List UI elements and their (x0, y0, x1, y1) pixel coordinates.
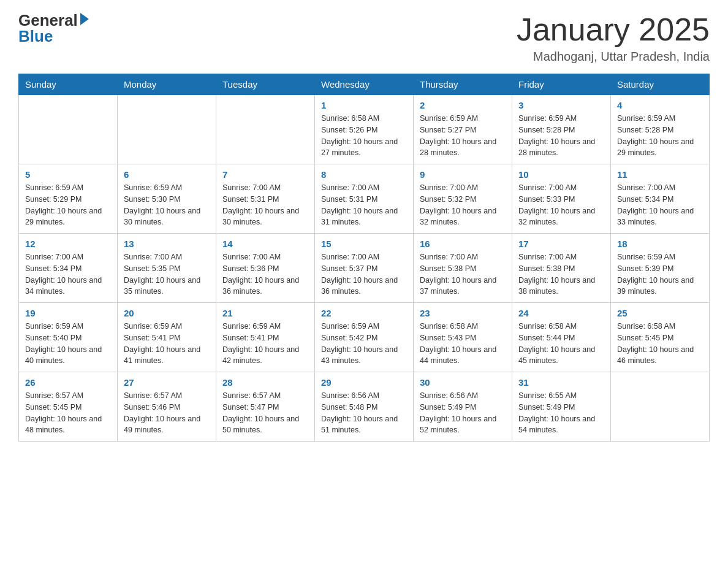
calendar-cell: 10Sunrise: 7:00 AMSunset: 5:33 PMDayligh… (512, 164, 611, 234)
day-number: 19 (25, 308, 111, 318)
day-info: Sunrise: 7:00 AMSunset: 5:35 PMDaylight:… (124, 251, 210, 297)
day-info: Sunrise: 6:58 AMSunset: 5:45 PMDaylight:… (617, 321, 703, 367)
day-number: 5 (25, 169, 111, 180)
calendar-cell: 20Sunrise: 6:59 AMSunset: 5:41 PMDayligh… (118, 303, 216, 372)
day-info: Sunrise: 7:00 AMSunset: 5:33 PMDaylight:… (518, 182, 604, 228)
calendar-cell: 11Sunrise: 7:00 AMSunset: 5:34 PMDayligh… (611, 164, 710, 234)
day-info: Sunrise: 7:00 AMSunset: 5:38 PMDaylight:… (420, 251, 506, 297)
day-number: 8 (321, 169, 407, 180)
day-info: Sunrise: 7:00 AMSunset: 5:31 PMDaylight:… (222, 182, 308, 228)
day-info: Sunrise: 6:58 AMSunset: 5:26 PMDaylight:… (321, 113, 407, 159)
day-info: Sunrise: 6:59 AMSunset: 5:28 PMDaylight:… (518, 113, 604, 159)
weekday-header-monday: Monday (118, 74, 216, 95)
day-info: Sunrise: 6:59 AMSunset: 5:41 PMDaylight:… (124, 321, 210, 367)
day-info: Sunrise: 6:59 AMSunset: 5:30 PMDaylight:… (124, 182, 210, 228)
logo-triangle-icon (80, 13, 89, 25)
day-info: Sunrise: 7:00 AMSunset: 5:32 PMDaylight:… (420, 182, 506, 228)
calendar-week-row: 26Sunrise: 6:57 AMSunset: 5:45 PMDayligh… (19, 372, 710, 442)
calendar-cell: 15Sunrise: 7:00 AMSunset: 5:37 PMDayligh… (315, 234, 414, 303)
day-number: 25 (617, 308, 703, 318)
day-number: 11 (617, 169, 703, 180)
day-number: 23 (420, 308, 506, 318)
weekday-header-tuesday: Tuesday (216, 74, 315, 95)
calendar-cell: 31Sunrise: 6:55 AMSunset: 5:49 PMDayligh… (512, 372, 611, 442)
day-number: 16 (420, 239, 506, 249)
calendar-table: SundayMondayTuesdayWednesdayThursdayFrid… (18, 74, 710, 442)
calendar-header: SundayMondayTuesdayWednesdayThursdayFrid… (19, 74, 710, 95)
day-info: Sunrise: 6:59 AMSunset: 5:40 PMDaylight:… (25, 321, 111, 367)
calendar-cell: 4Sunrise: 6:59 AMSunset: 5:28 PMDaylight… (611, 95, 710, 164)
day-info: Sunrise: 6:59 AMSunset: 5:39 PMDaylight:… (617, 251, 703, 297)
day-info: Sunrise: 7:00 AMSunset: 5:34 PMDaylight:… (617, 182, 703, 228)
month-title: January 2025 (517, 12, 710, 47)
day-number: 10 (518, 169, 604, 180)
calendar-cell: 28Sunrise: 6:57 AMSunset: 5:47 PMDayligh… (216, 372, 315, 442)
day-info: Sunrise: 6:59 AMSunset: 5:29 PMDaylight:… (25, 182, 111, 228)
day-number: 9 (420, 169, 506, 180)
day-number: 12 (25, 239, 111, 249)
day-info: Sunrise: 7:00 AMSunset: 5:36 PMDaylight:… (222, 251, 308, 297)
day-info: Sunrise: 6:57 AMSunset: 5:46 PMDaylight:… (124, 390, 210, 436)
day-number: 30 (420, 377, 506, 388)
calendar-cell: 22Sunrise: 6:59 AMSunset: 5:42 PMDayligh… (315, 303, 414, 372)
title-area: January 2025 Madhoganj, Uttar Pradesh, I… (517, 12, 710, 64)
logo: General Blue (18, 12, 89, 44)
calendar-cell (118, 95, 216, 164)
day-info: Sunrise: 7:00 AMSunset: 5:37 PMDaylight:… (321, 251, 407, 297)
calendar-cell: 19Sunrise: 6:59 AMSunset: 5:40 PMDayligh… (19, 303, 118, 372)
day-number: 26 (25, 377, 111, 388)
location-subtitle: Madhoganj, Uttar Pradesh, India (517, 50, 710, 64)
calendar-cell: 25Sunrise: 6:58 AMSunset: 5:45 PMDayligh… (611, 303, 710, 372)
day-info: Sunrise: 6:59 AMSunset: 5:27 PMDaylight:… (420, 113, 506, 159)
calendar-week-row: 19Sunrise: 6:59 AMSunset: 5:40 PMDayligh… (19, 303, 710, 372)
day-info: Sunrise: 7:00 AMSunset: 5:31 PMDaylight:… (321, 182, 407, 228)
calendar-cell: 30Sunrise: 6:56 AMSunset: 5:49 PMDayligh… (414, 372, 512, 442)
day-info: Sunrise: 6:57 AMSunset: 5:45 PMDaylight:… (25, 390, 111, 436)
day-number: 22 (321, 308, 407, 318)
calendar-cell: 24Sunrise: 6:58 AMSunset: 5:44 PMDayligh… (512, 303, 611, 372)
day-info: Sunrise: 6:59 AMSunset: 5:42 PMDaylight:… (321, 321, 407, 367)
day-number: 27 (124, 377, 210, 388)
day-info: Sunrise: 6:58 AMSunset: 5:43 PMDaylight:… (420, 321, 506, 367)
calendar-cell: 17Sunrise: 7:00 AMSunset: 5:38 PMDayligh… (512, 234, 611, 303)
calendar-cell: 21Sunrise: 6:59 AMSunset: 5:41 PMDayligh… (216, 303, 315, 372)
header: General Blue January 2025 Madhoganj, Utt… (18, 12, 710, 64)
day-number: 31 (518, 377, 604, 388)
day-number: 18 (617, 239, 703, 249)
day-info: Sunrise: 6:59 AMSunset: 5:28 PMDaylight:… (617, 113, 703, 159)
calendar-cell: 27Sunrise: 6:57 AMSunset: 5:46 PMDayligh… (118, 372, 216, 442)
day-number: 24 (518, 308, 604, 318)
calendar-cell: 16Sunrise: 7:00 AMSunset: 5:38 PMDayligh… (414, 234, 512, 303)
calendar-cell: 3Sunrise: 6:59 AMSunset: 5:28 PMDaylight… (512, 95, 611, 164)
day-number: 17 (518, 239, 604, 249)
weekday-header-friday: Friday (512, 74, 611, 95)
logo-blue-text: Blue (18, 28, 53, 44)
calendar-cell: 6Sunrise: 6:59 AMSunset: 5:30 PMDaylight… (118, 164, 216, 234)
calendar-cell: 1Sunrise: 6:58 AMSunset: 5:26 PMDaylight… (315, 95, 414, 164)
calendar-cell: 8Sunrise: 7:00 AMSunset: 5:31 PMDaylight… (315, 164, 414, 234)
day-number: 7 (222, 169, 308, 180)
calendar-cell: 7Sunrise: 7:00 AMSunset: 5:31 PMDaylight… (216, 164, 315, 234)
calendar-week-row: 5Sunrise: 6:59 AMSunset: 5:29 PMDaylight… (19, 164, 710, 234)
day-number: 6 (124, 169, 210, 180)
calendar-cell: 14Sunrise: 7:00 AMSunset: 5:36 PMDayligh… (216, 234, 315, 303)
calendar-cell: 9Sunrise: 7:00 AMSunset: 5:32 PMDaylight… (414, 164, 512, 234)
day-number: 2 (420, 100, 506, 110)
weekday-header-thursday: Thursday (414, 74, 512, 95)
calendar-cell: 2Sunrise: 6:59 AMSunset: 5:27 PMDaylight… (414, 95, 512, 164)
day-number: 28 (222, 377, 308, 388)
day-number: 13 (124, 239, 210, 249)
calendar-cell (611, 372, 710, 442)
day-number: 29 (321, 377, 407, 388)
day-number: 15 (321, 239, 407, 249)
calendar-cell: 23Sunrise: 6:58 AMSunset: 5:43 PMDayligh… (414, 303, 512, 372)
day-number: 4 (617, 100, 703, 110)
calendar-body: 1Sunrise: 6:58 AMSunset: 5:26 PMDaylight… (19, 95, 710, 442)
day-info: Sunrise: 6:57 AMSunset: 5:47 PMDaylight:… (222, 390, 308, 436)
calendar-week-row: 12Sunrise: 7:00 AMSunset: 5:34 PMDayligh… (19, 234, 710, 303)
calendar-cell (19, 95, 118, 164)
day-number: 1 (321, 100, 407, 110)
weekday-header-row: SundayMondayTuesdayWednesdayThursdayFrid… (19, 74, 710, 95)
day-info: Sunrise: 6:59 AMSunset: 5:41 PMDaylight:… (222, 321, 308, 367)
calendar-cell: 5Sunrise: 6:59 AMSunset: 5:29 PMDaylight… (19, 164, 118, 234)
